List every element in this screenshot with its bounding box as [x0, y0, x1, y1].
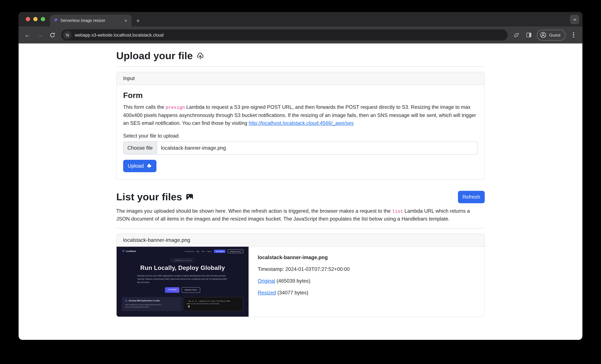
tab-favicon-icon — [53, 18, 58, 23]
browser-toolbar: ← → webapp.s3-website.localhost.localsta… — [19, 26, 582, 43]
close-window-button[interactable] — [26, 17, 30, 21]
upload-button-label: Upload — [128, 163, 144, 169]
input-card-header: Input — [117, 72, 484, 85]
banner-feature-card: Develop AWS Applications Locally Use Loc… — [122, 297, 182, 311]
tab-close-icon[interactable]: × — [123, 18, 128, 23]
new-tab-button[interactable]: + — [132, 17, 144, 26]
banner-badge: LocalStack v3.0 is out now! — [171, 259, 194, 262]
form-title: Form — [123, 91, 478, 100]
tab-strip: Serverless image resizer × + — [19, 12, 582, 26]
localstack-banner: LocalStack Pricing & FAQ Blog Docs Sign … — [117, 247, 249, 317]
tab-search-chevron-icon[interactable] — [570, 15, 580, 24]
desc-text: This form calls the — [123, 104, 166, 110]
banner-logo-icon — [122, 250, 125, 253]
site-info-icon[interactable] — [63, 31, 71, 39]
resized-file-link[interactable]: Resized — [258, 290, 276, 295]
original-file-link[interactable]: Original — [258, 278, 275, 284]
file-name: localstack-banner-image.png — [258, 255, 350, 261]
banner-terminal: > aws s3 ls --endpoint-url http://localh… — [183, 297, 243, 311]
banner-feature-icon — [125, 299, 127, 302]
side-panel-icon[interactable] — [523, 30, 534, 40]
banner-request-demo: Request a Demo — [181, 287, 200, 293]
file-timestamp: Timestamp: 2024-01-03T07:27:52+00:00 — [258, 266, 350, 272]
resized-size: (34077 bytes) — [276, 290, 308, 295]
fullscreen-window-button[interactable] — [41, 17, 45, 21]
choose-file-button[interactable]: Choose file — [123, 142, 157, 154]
banner-get-started: Get Started — [165, 287, 179, 293]
url-text: webapp.s3-website.localhost.localstack.c… — [75, 32, 163, 37]
ses-link[interactable]: http://localhost.localstack.cloud:4566/_… — [249, 120, 354, 126]
input-card: Input Form This form calls the presign L… — [116, 72, 485, 180]
selected-file-name: localstack-banner-image.png — [157, 142, 230, 154]
banner-nav: Pricing & FAQ Blog Docs Sign in Get Star… — [185, 250, 243, 253]
upload-heading-text: Upload your file — [116, 50, 193, 62]
profile-label: Guest — [549, 32, 561, 37]
file-thumbnail-image: LocalStack Pricing & FAQ Blog Docs Sign … — [117, 247, 249, 317]
minimize-window-button[interactable] — [33, 17, 38, 21]
desc-text: The images you uploaded should be shown … — [116, 208, 392, 213]
address-bar[interactable]: webapp.s3-website.localhost.localstack.c… — [61, 30, 508, 40]
browser-window: Serverless image resizer × + ← → — [19, 12, 582, 340]
presign-code: presign — [166, 105, 185, 110]
cloud-upload-icon — [196, 52, 205, 60]
list-code: list — [392, 209, 403, 214]
image-icon — [185, 193, 193, 201]
divider — [116, 228, 485, 229]
file-input[interactable]: Choose file localstack-banner-image.png — [123, 141, 478, 154]
original-size: (465039 bytes) — [275, 278, 310, 284]
list-description: The images you uploaded should be shown … — [116, 207, 485, 223]
file-card: localstack-banner-image.png LocalStack — [116, 234, 485, 317]
divider — [116, 66, 485, 67]
tab-serverless-image-resizer[interactable]: Serverless image resizer × — [50, 15, 132, 26]
refresh-button[interactable]: Refresh — [458, 191, 485, 203]
reload-icon[interactable] — [47, 30, 58, 40]
upload-button[interactable]: Upload — [123, 160, 156, 172]
file-card-header: localstack-banner-image.png — [117, 234, 484, 247]
banner-subtext: Develop and test your AWS applications l… — [137, 274, 228, 284]
profile-button[interactable]: Guest — [537, 30, 565, 40]
list-heading-text: List your files — [116, 191, 182, 203]
forward-icon[interactable]: → — [34, 30, 45, 40]
screen: Serverless image resizer × + ← → — [0, 0, 601, 364]
list-section-heading: List your files — [116, 191, 193, 203]
performance-leaf-icon[interactable] — [511, 30, 522, 40]
web-page: Upload your file Input Form This form ca… — [19, 43, 582, 340]
file-input-label: Select your file to upload — [123, 133, 478, 139]
back-icon[interactable]: ← — [22, 30, 33, 40]
browser-menu-icon[interactable] — [568, 30, 579, 40]
cloud-upload-fill-icon — [146, 163, 152, 169]
window-controls — [26, 17, 45, 21]
banner-headline: Run Locally, Deploy Globally — [117, 264, 249, 272]
tab-title: Serverless image resizer — [60, 18, 120, 23]
person-circle-icon — [540, 32, 547, 38]
form-description: This form calls the presign Lambda to re… — [123, 103, 478, 127]
banner-brand: LocalStack — [122, 250, 136, 253]
upload-section-heading: Upload your file — [116, 50, 485, 62]
